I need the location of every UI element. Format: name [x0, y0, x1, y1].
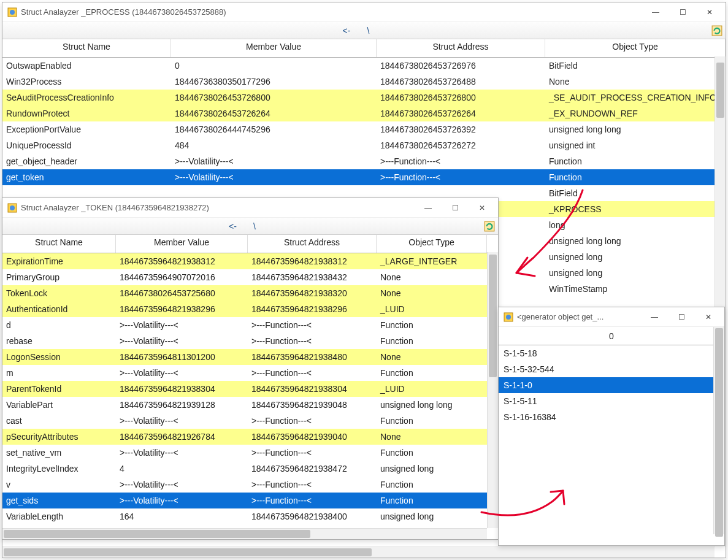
cell: long — [545, 217, 726, 233]
table-row[interactable]: get_object_header>---Volatility---<>---F… — [2, 153, 726, 169]
table-row[interactable]: m>---Volatility---<>---Function---<Funct… — [2, 365, 498, 381]
svg-point-7 — [506, 315, 511, 320]
close-button[interactable]: ✕ — [696, 4, 723, 21]
table-row[interactable]: LogonSession1844673596481130120018446735… — [2, 349, 498, 365]
scrollbar-thumb[interactable] — [4, 548, 372, 556]
cell: unsigned int — [545, 137, 726, 153]
col-header-struct-name[interactable]: Struct Name — [2, 235, 116, 253]
table-row[interactable]: Win32Process1844673638035017729618446738… — [2, 74, 726, 90]
table-row[interactable]: ExpirationTime18446735964821938312184467… — [2, 253, 498, 269]
cell: 18446738026453726800 — [171, 90, 377, 105]
table-row[interactable]: get_token>---Volatility---<>---Function-… — [2, 169, 726, 185]
cell: get_token — [2, 169, 171, 185]
cell: ExpirationTime — [2, 253, 116, 269]
cell: Function — [377, 493, 487, 508]
cell: LogonSession — [2, 349, 116, 365]
minimize-button[interactable]: — — [642, 4, 669, 21]
table-row[interactable]: IntegrityLevelIndex418446735964821938472… — [2, 461, 498, 477]
col-header-struct-address[interactable]: Struct Address — [377, 39, 545, 57]
close-icon: ✕ — [705, 313, 711, 321]
cell: OutswapEnabled — [2, 58, 171, 74]
cell: >---Volatility---< — [116, 317, 248, 333]
table-row[interactable]: d>---Volatility---<>---Function---<Funct… — [2, 317, 498, 333]
maximize-icon: ☐ — [678, 313, 685, 321]
titlebar[interactable]: Struct Analayzer _TOKEN (184467359648219… — [2, 198, 498, 218]
col-header-member-value[interactable]: Member Value — [116, 235, 248, 253]
table-row[interactable]: UniqueProcessId48418446738026453726272un… — [2, 137, 726, 153]
table-row[interactable]: rebase>---Volatility---<>---Function---<… — [2, 333, 498, 349]
table-row[interactable]: v>---Volatility---<>---Function---<Funct… — [2, 477, 498, 493]
titlebar[interactable]: <generator object get_... — ☐ ✕ — [499, 307, 724, 327]
table-row[interactable]: cast>---Volatility---<>---Function---<Fu… — [2, 413, 498, 429]
cell: >---Volatility---< — [116, 445, 248, 461]
toolbar-back-label[interactable]: <- \ — [2, 26, 710, 36]
cell: 18446735964907072016 — [116, 269, 248, 285]
vertical-scrollbar[interactable] — [713, 327, 724, 534]
cell: unsigned long — [377, 508, 487, 524]
table-row[interactable]: VariableLength16418446735964821938400uns… — [2, 508, 498, 524]
table-row[interactable]: AuthenticationId184467359648219382961844… — [2, 301, 498, 317]
refresh-icon[interactable] — [710, 24, 724, 37]
table-row[interactable]: TokenLock1844673802645372568018446735964… — [2, 285, 498, 301]
close-button[interactable]: ✕ — [695, 309, 722, 326]
cell: Function — [377, 477, 487, 493]
cell: Function — [377, 365, 487, 381]
scrollbar-thumb[interactable] — [489, 255, 497, 377]
toolbar: <- \ — [2, 22, 726, 39]
cell: unsigned long long — [545, 233, 726, 249]
list-item[interactable]: S-1-1-0 — [499, 377, 724, 393]
cell: Function — [377, 317, 487, 333]
maximize-icon: ☐ — [680, 8, 686, 17]
refresh-icon[interactable] — [482, 220, 497, 233]
list-item[interactable]: S-1-5-11 — [499, 393, 724, 409]
close-button[interactable]: ✕ — [469, 199, 496, 217]
cell: VariableLength — [2, 508, 116, 524]
cell: VariablePart — [2, 397, 116, 413]
cell: _LARGE_INTEGER — [377, 253, 487, 269]
horizontal-scrollbar[interactable] — [2, 528, 487, 539]
titlebar[interactable]: Struct Analayzer _EPROCESS (184467380264… — [2, 2, 726, 22]
col-header-object-type[interactable]: Object Type — [545, 39, 726, 57]
maximize-button[interactable]: ☐ — [442, 199, 469, 217]
col-header-struct-address[interactable]: Struct Address — [248, 235, 377, 253]
cell: Function — [377, 445, 487, 461]
grid-body: ExpirationTime18446735964821938312184467… — [2, 253, 498, 539]
table-row[interactable]: set_native_vm>---Volatility---<>---Funct… — [2, 445, 498, 461]
table-row[interactable]: ParentTokenId184467359648219383041844673… — [2, 381, 498, 397]
toolbar-back-label[interactable]: <- \ — [2, 221, 482, 231]
list-item[interactable]: S-1-16-16384 — [499, 409, 724, 425]
cell: 18446735964821938296 — [116, 301, 248, 317]
list-header[interactable]: 0 — [499, 327, 724, 345]
cell: 18446735964821938304 — [116, 381, 248, 397]
cell: Function — [545, 153, 726, 169]
window-generator: <generator object get_... — ☐ ✕ 0 S-1-5-… — [498, 307, 725, 546]
table-row[interactable]: PrimaryGroup1844673596490707201618446735… — [2, 269, 498, 285]
cell: >---Volatility---< — [116, 413, 248, 429]
scrollbar-thumb[interactable] — [715, 328, 723, 537]
table-row[interactable]: RundownProtect18446738026453726264184467… — [2, 105, 726, 121]
scrollbar-thumb[interactable] — [716, 63, 724, 118]
horizontal-scrollbar[interactable] — [2, 547, 715, 558]
table-row[interactable]: OutswapEnabled018446738026453726976BitFi… — [2, 58, 726, 74]
maximize-button[interactable]: ☐ — [668, 309, 695, 326]
window-title: Struct Analayzer _TOKEN (184467359648219… — [21, 203, 415, 212]
table-row[interactable]: ExceptionPortValue1844673802644474529618… — [2, 121, 726, 137]
vertical-scrollbar[interactable] — [487, 252, 498, 528]
cell: >---Function---< — [377, 169, 545, 185]
table-row[interactable]: get_sids>---Volatility---<>---Function--… — [2, 493, 498, 508]
maximize-button[interactable]: ☐ — [669, 4, 696, 21]
list-item[interactable]: S-1-5-32-544 — [499, 361, 724, 377]
col-header-object-type[interactable]: Object Type — [377, 235, 487, 253]
col-header-struct-name[interactable]: Struct Name — [2, 39, 171, 57]
minimize-button[interactable]: — — [415, 199, 442, 217]
col-header-member-value[interactable]: Member Value — [171, 39, 377, 57]
table-row[interactable]: pSecurityAttributes184467359648219267841… — [2, 429, 498, 445]
list-item[interactable]: S-1-5-18 — [499, 345, 724, 361]
table-row[interactable]: VariablePart1844673596482193912818446735… — [2, 397, 498, 413]
scrollbar-thumb[interactable] — [4, 530, 310, 538]
table-row[interactable]: SeAuditProcessCreationInfo18446738026453… — [2, 90, 726, 105]
minimize-button[interactable]: — — [641, 309, 668, 326]
cell: WinTimeStamp — [545, 281, 726, 297]
cell: cast — [2, 413, 116, 429]
cell: unsigned long long — [377, 397, 487, 413]
